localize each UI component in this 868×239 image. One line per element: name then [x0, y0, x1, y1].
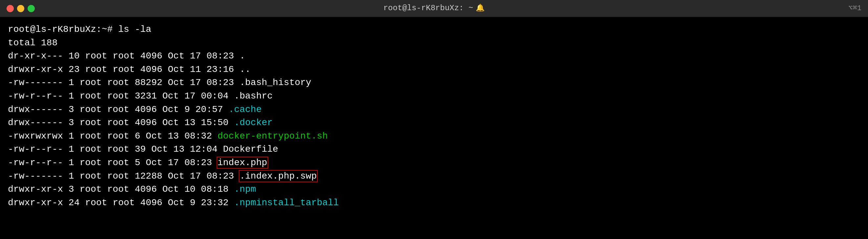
terminal-window: root@ls-rK8rbuXz: ~ 🔔 ⌥⌘1 root@ls-rK8rbu…: [0, 0, 868, 239]
list-item: -rw-r--r-- 1 root root 5 Oct 17 08:23 in…: [8, 156, 860, 170]
file-name: .docker: [234, 116, 273, 130]
file-meta: 1 root root 6 Oct 13 08:32: [63, 130, 217, 143]
file-permissions: drwxr-xr-x: [8, 183, 63, 196]
keyboard-shortcut: ⌥⌘1: [848, 3, 862, 14]
title-label: root@ls-rK8rbuXz: ~: [383, 3, 473, 14]
file-name: Dockerfile: [223, 143, 278, 156]
close-button[interactable]: [6, 5, 14, 12]
ls-output: total 188dr-xr-x--- 10 root root 4096 Oc…: [8, 36, 860, 210]
prompt-line: root@ls-rK8rbuXz:~# ls -la: [8, 23, 860, 36]
list-item: total 188: [8, 36, 860, 50]
list-item: -rwxrwxrwx 1 root root 6 Oct 13 08:32 do…: [8, 130, 860, 143]
file-name: docker-entrypoint.sh: [218, 130, 328, 143]
file-name: .npminstall_tarball: [234, 196, 339, 210]
file-name: .index.php.swp: [240, 170, 317, 183]
file-permissions: -rw-r--r--: [8, 90, 63, 103]
title-bar: root@ls-rK8rbuXz: ~ 🔔 ⌥⌘1: [0, 0, 868, 17]
file-meta: 1 root root 39 Oct 13 12:04: [63, 143, 223, 156]
file-permissions: -rw-r--r--: [8, 143, 63, 156]
list-item: dr-xr-x--- 10 root root 4096 Oct 17 08:2…: [8, 50, 860, 63]
file-permissions: drwx------: [8, 116, 63, 130]
minimize-button[interactable]: [17, 5, 24, 12]
list-item: -rw------- 1 root root 12288 Oct 17 08:2…: [8, 170, 860, 183]
window-title: root@ls-rK8rbuXz: ~ 🔔: [383, 3, 485, 14]
file-meta: 3 root root 4096 Oct 9 20:57: [63, 103, 228, 117]
file-name: .cache: [228, 103, 262, 117]
list-item: -rw-r--r-- 1 root root 39 Oct 13 12:04 D…: [8, 143, 860, 156]
file-meta: 10 root root 4096 Oct 17 08:23: [63, 50, 240, 63]
bell-icon: 🔔: [476, 3, 485, 14]
list-item: -rw------- 1 root root 88292 Oct 17 08:2…: [8, 76, 860, 90]
list-item: drwx------ 3 root root 4096 Oct 13 15:50…: [8, 116, 860, 130]
file-permissions: -rw-------: [8, 76, 63, 90]
file-meta: 3 root root 4096 Oct 10 08:18: [63, 183, 234, 196]
prompt-text: root@ls-rK8rbuXz:~# ls -la: [8, 23, 151, 36]
list-item: drwxr-xr-x 24 root root 4096 Oct 9 23:32…: [8, 196, 860, 210]
file-name: index.php: [218, 156, 267, 170]
file-meta: 24 root root 4096 Oct 9 23:32: [63, 196, 234, 210]
maximize-button[interactable]: [28, 5, 35, 12]
terminal-content: root@ls-rK8rbuXz:~# ls -la total 188dr-x…: [0, 17, 868, 239]
list-item: drwxr-xr-x 3 root root 4096 Oct 10 08:18…: [8, 183, 860, 196]
traffic-lights: [6, 5, 35, 12]
file-permissions: -rw-------: [8, 170, 63, 183]
file-permissions: -rw-r--r--: [8, 156, 63, 170]
file-meta: 23 root root 4096 Oct 11 23:16: [63, 63, 240, 77]
list-item: -rw-r--r-- 1 root root 3231 Oct 17 00:04…: [8, 90, 860, 103]
list-item: drwx------ 3 root root 4096 Oct 9 20:57 …: [8, 103, 860, 117]
file-meta: 1 root root 88292 Oct 17 08:23: [63, 76, 240, 90]
file-permissions: -rwxrwxrwx: [8, 130, 63, 143]
file-meta: 1 root root 5 Oct 17 08:23: [63, 156, 217, 170]
file-name: .npm: [234, 183, 256, 196]
file-permissions: drwxr-xr-x: [8, 63, 63, 77]
file-name: ..: [240, 63, 251, 77]
list-item: drwxr-xr-x 23 root root 4096 Oct 11 23:1…: [8, 63, 860, 77]
file-name: .bash_history: [240, 76, 311, 90]
file-meta: 1 root root 12288 Oct 17 08:23: [63, 170, 240, 183]
file-permissions: drwx------: [8, 103, 63, 117]
file-permissions: dr-xr-x---: [8, 50, 63, 63]
file-name: .: [240, 50, 245, 63]
file-meta: 1 root root 3231 Oct 17 00:04: [63, 90, 234, 103]
file-permissions: drwxr-xr-x: [8, 196, 63, 210]
file-meta: 3 root root 4096 Oct 13 15:50: [63, 116, 234, 130]
file-name: .bashrc: [234, 90, 273, 103]
